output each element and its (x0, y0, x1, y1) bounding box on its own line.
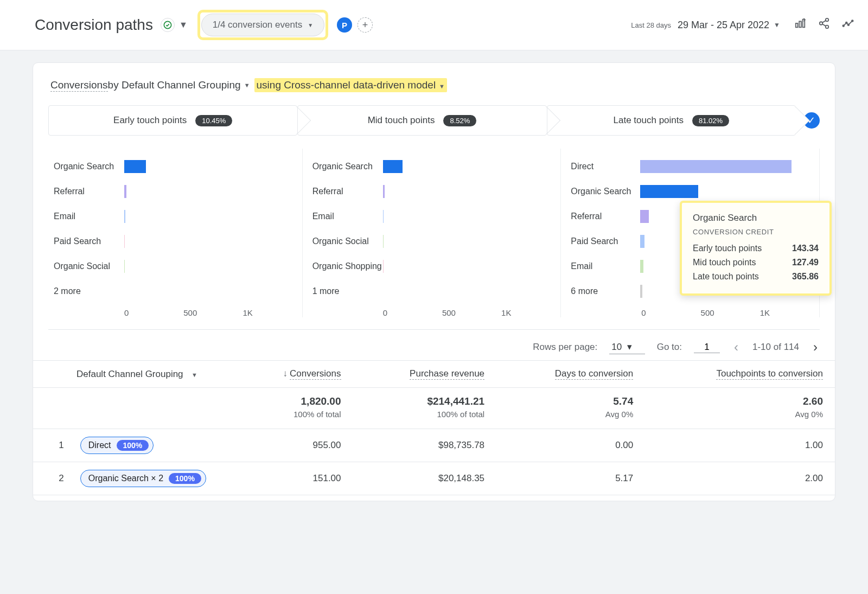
bar-label: Organic Search (571, 187, 640, 196)
metric-selector[interactable]: Conversions (50, 79, 108, 92)
goto-label: Go to: (657, 342, 682, 353)
page-title: Conversion paths (35, 16, 153, 34)
svg-point-7 (843, 25, 844, 27)
step-label: Early touch points (113, 115, 187, 126)
customize-report-icon[interactable] (794, 17, 806, 33)
svg-rect-2 (799, 21, 801, 27)
tooltip-row-value: 127.49 (792, 258, 819, 267)
step-early-touch[interactable]: Early touch points 10.45% (48, 105, 297, 136)
status-dropdown-caret-icon[interactable]: ▼ (179, 20, 188, 30)
bar (124, 185, 126, 198)
bar-row[interactable]: Email (54, 204, 302, 229)
segment-badge[interactable]: P (337, 17, 352, 33)
step-label: Mid touch points (368, 115, 435, 126)
bar (383, 260, 384, 273)
bar-label: Paid Search (54, 237, 124, 246)
bar-label: Organic Search (54, 162, 124, 171)
tooltip-title: Organic Search (693, 213, 819, 223)
prev-page-icon[interactable]: ‹ (732, 340, 741, 355)
axis: 05001K (54, 308, 302, 317)
dimension-label[interactable]: by Default Channel Grouping (108, 79, 241, 91)
column-header-conversions[interactable]: ↓Conversions (234, 361, 353, 388)
column-header-days[interactable]: Days to conversion (496, 361, 645, 388)
tooltip-row-value: 143.34 (792, 244, 819, 253)
report-card: Conversions by Default Channel Grouping … (33, 62, 835, 501)
bar-row[interactable]: Organic Shopping (312, 254, 561, 279)
date-preset-label: Last 28 days (631, 21, 671, 29)
date-range-selector[interactable]: 29 Mar - 25 Apr 2022 (678, 20, 769, 31)
cell: 1.00 (645, 429, 835, 462)
bar-row[interactable]: 1 more (312, 279, 561, 304)
bar-row[interactable]: Referral (312, 179, 561, 204)
step-mid-touch[interactable]: Mid touch points 8.52% (297, 105, 546, 136)
bar (640, 210, 649, 223)
next-page-icon[interactable]: › (811, 340, 820, 355)
bar-label: Email (54, 212, 124, 221)
bar-label: Referral (54, 187, 124, 196)
chart-column: Organic SearchReferralEmailOrganic Socia… (307, 149, 561, 317)
bar (383, 185, 385, 198)
page-range-label: 1-10 of 114 (752, 342, 799, 353)
bar-row[interactable]: Organic Search (312, 154, 561, 179)
bar-row[interactable]: 2 more (54, 279, 302, 304)
bar (640, 260, 643, 273)
cell: $20,148.35 (353, 462, 497, 495)
bar-row[interactable]: Direct (571, 154, 819, 179)
conversion-events-label: 1/4 conversion events (213, 20, 302, 30)
svg-point-6 (826, 25, 829, 28)
bar-row[interactable]: Email (312, 204, 561, 229)
cell: 955.00 (234, 429, 353, 462)
add-segment-button[interactable]: + (358, 17, 373, 33)
svg-point-10 (852, 20, 853, 22)
tooltip-row-value: 365.86 (792, 272, 819, 282)
axis: 05001K (312, 308, 561, 317)
bar-label: Organic Shopping (312, 261, 383, 271)
bar-label: Email (571, 261, 640, 271)
table-row[interactable]: 2 Organic Search × 2100% 151.00 $20,148.… (33, 462, 835, 495)
svg-point-5 (820, 22, 823, 25)
share-icon[interactable] (818, 17, 830, 33)
bar-label: Organic Search (312, 162, 383, 171)
bar (640, 285, 642, 298)
table-row[interactable]: 1 Direct100% 955.00 $98,735.78 0.00 1.00 (33, 429, 835, 462)
bar-label: Referral (312, 187, 383, 196)
bar (640, 185, 698, 198)
bar-row[interactable]: Organic Social (54, 254, 302, 279)
column-header-revenue[interactable]: Purchase revenue (353, 361, 497, 388)
bar-row[interactable]: Organic Search (54, 154, 302, 179)
svg-rect-1 (796, 23, 798, 27)
svg-point-9 (848, 24, 850, 25)
goto-page-input[interactable] (694, 342, 720, 353)
date-caret-icon[interactable]: ▼ (774, 21, 780, 29)
column-header-dimension[interactable]: Default Channel Grouping ▼ (33, 361, 234, 388)
tooltip-row-label: Late touch points (693, 272, 759, 282)
cell: $98,735.78 (353, 429, 497, 462)
cell: 2.00 (645, 462, 835, 495)
bar-row[interactable]: Organic Social (312, 229, 561, 254)
bar-row[interactable]: Referral (54, 179, 302, 204)
column-header-touchpoints[interactable]: Touchpoints to conversion (645, 361, 835, 388)
bar-label: 2 more (54, 286, 124, 296)
attribution-model-selector[interactable]: using Cross-channel data-driven model▼ (254, 78, 447, 92)
bar-label: Paid Search (571, 237, 640, 246)
conversion-events-selector[interactable]: 1/4 conversion events ▼ (201, 14, 324, 36)
path-chip[interactable]: Organic Search × 2100% (80, 470, 206, 487)
step-pct-badge: 81.02% (692, 115, 729, 126)
path-chip[interactable]: Direct100% (80, 437, 154, 454)
bar (124, 160, 146, 173)
summary-row: 1,820.00100% of total $214,441.21100% of… (33, 388, 835, 429)
rows-per-page-select[interactable]: 10 ▾ (609, 340, 644, 354)
bar (124, 260, 125, 273)
tooltip-row-label: Early touch points (693, 244, 762, 253)
step-late-touch[interactable]: Late touch points 81.02% (547, 105, 796, 136)
insights-icon[interactable] (842, 17, 854, 33)
bar-label: Referral (571, 212, 640, 221)
row-index: 1 (45, 440, 78, 451)
chart-tooltip: Organic Search CONVERSION CREDIT Early t… (680, 201, 832, 296)
dimension-caret-icon[interactable]: ▼ (244, 82, 250, 88)
bar-row[interactable]: Paid Search (54, 229, 302, 254)
status-check-icon[interactable] (161, 18, 175, 32)
axis: 05001K (571, 308, 819, 317)
bar-label: Organic Social (54, 261, 124, 271)
cell: 0.00 (496, 429, 645, 462)
